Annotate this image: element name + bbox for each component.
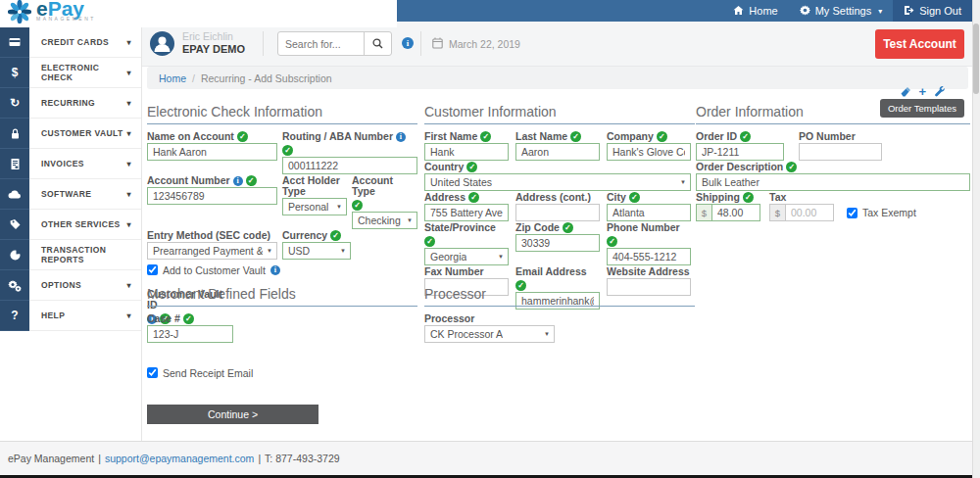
info-icon[interactable] bbox=[396, 132, 406, 142]
sidebar-item-transaction-reports[interactable]: TRANSACTION REPORTS bbox=[0, 240, 141, 270]
chevron-down-icon bbox=[127, 69, 131, 77]
field-label: Processor bbox=[424, 313, 474, 324]
currency-select[interactable]: USD bbox=[282, 242, 351, 260]
check-icon bbox=[466, 162, 477, 172]
company-input[interactable] bbox=[607, 143, 691, 161]
case-number-input[interactable] bbox=[147, 325, 233, 343]
invoice-icon bbox=[0, 149, 29, 179]
account-type-select[interactable]: Checking bbox=[352, 212, 417, 229]
support-email-link[interactable]: support@epaymanagement.com bbox=[105, 453, 255, 464]
calendar-icon bbox=[432, 37, 443, 51]
sign-out-icon bbox=[904, 5, 914, 18]
check-icon bbox=[480, 131, 491, 142]
account-number-input[interactable] bbox=[147, 187, 277, 205]
routing-aba-input[interactable] bbox=[282, 157, 417, 174]
test-account-button[interactable]: Test Account bbox=[875, 29, 964, 59]
zip-code-input[interactable] bbox=[515, 234, 600, 252]
field-label: Account Type bbox=[352, 175, 417, 197]
chevron-down-icon bbox=[127, 190, 131, 199]
nav-sign-out[interactable]: Sign Out bbox=[893, 0, 972, 22]
nav-home[interactable]: Home bbox=[722, 0, 788, 22]
entry-method-select[interactable]: Prearranged Payment & Deposit (P bbox=[147, 242, 277, 260]
first-name-input[interactable] bbox=[424, 143, 509, 161]
field-label: Shipping bbox=[696, 192, 740, 203]
sidebar-label: HELP bbox=[41, 311, 65, 320]
section-order: Order Information Order ID PO Number Ord… bbox=[696, 104, 970, 222]
tax-exempt-checkbox[interactable] bbox=[847, 208, 858, 218]
footer-separator: | bbox=[258, 453, 261, 464]
check-icon bbox=[468, 192, 479, 203]
logo-subtitle: MANAGEMENT bbox=[36, 14, 96, 24]
sidebar-item-software[interactable]: SOFTWARE bbox=[0, 179, 141, 210]
breadcrumb-home-link[interactable]: Home bbox=[159, 72, 186, 84]
home-icon bbox=[733, 5, 744, 18]
sidebar-item-customer-vault[interactable]: CUSTOMER VAULT bbox=[0, 119, 141, 149]
checkbox-label: Tax Exempt bbox=[862, 207, 916, 218]
check-icon bbox=[786, 162, 797, 172]
address-cont-input[interactable] bbox=[515, 204, 600, 221]
nav-my-settings[interactable]: My Settings bbox=[789, 0, 893, 22]
cogs-icon bbox=[0, 270, 29, 301]
info-icon[interactable] bbox=[233, 176, 243, 186]
sidebar-item-invoices[interactable]: INVOICES bbox=[0, 149, 141, 179]
field-label: Tax bbox=[769, 192, 786, 203]
po-number-input[interactable] bbox=[799, 143, 882, 161]
info-icon[interactable] bbox=[402, 37, 414, 49]
sidebar-item-help[interactable]: ? HELP bbox=[0, 301, 141, 331]
chevron-down-icon bbox=[127, 99, 131, 108]
acct-holder-type-select[interactable]: Personal bbox=[282, 198, 347, 215]
city-input[interactable] bbox=[607, 204, 691, 221]
chevron-down-icon bbox=[127, 311, 131, 320]
header-divider bbox=[420, 31, 421, 56]
check-icon bbox=[352, 200, 363, 211]
field-label: Currency bbox=[282, 230, 327, 241]
add-to-vault-checkbox[interactable] bbox=[147, 264, 158, 275]
sidebar-item-electronic-check[interactable]: $ ELECTRONIC CHECK bbox=[0, 58, 141, 88]
field-label: Order Description bbox=[696, 162, 783, 172]
scrollbar-thumb[interactable] bbox=[973, 24, 979, 94]
order-id-input[interactable] bbox=[696, 143, 784, 161]
field-label: Email Address bbox=[515, 266, 587, 277]
phone-number-input[interactable] bbox=[607, 248, 691, 265]
sidebar-item-credit-cards[interactable]: CREDIT CARDS bbox=[0, 27, 141, 58]
avatar[interactable] bbox=[150, 31, 174, 56]
tax-input[interactable] bbox=[785, 204, 834, 221]
order-templates-tooltip[interactable]: Order Templates bbox=[880, 99, 964, 118]
cloud-icon bbox=[0, 179, 29, 210]
search-input[interactable] bbox=[278, 32, 364, 55]
field-label: Case # bbox=[147, 313, 180, 324]
name-on-account-input[interactable] bbox=[147, 143, 277, 161]
order-description-input[interactable] bbox=[696, 173, 970, 191]
section-processor: Processor Processor CK Processor A bbox=[424, 286, 695, 343]
plus-icon[interactable] bbox=[918, 86, 926, 98]
sidebar-item-recurring[interactable]: ↻ RECURRING bbox=[0, 88, 141, 119]
search-button[interactable] bbox=[364, 32, 391, 55]
sidebar-item-other-services[interactable]: OTHER SERVICES bbox=[0, 210, 141, 240]
chevron-down-icon bbox=[127, 220, 131, 229]
last-name-input[interactable] bbox=[515, 143, 600, 161]
sidebar-label: OTHER SERVICES bbox=[41, 219, 121, 229]
search-icon bbox=[372, 35, 383, 53]
field-label: Address (cont.) bbox=[515, 192, 591, 203]
check-icon bbox=[424, 236, 435, 247]
continue-button[interactable]: Continue > bbox=[147, 405, 318, 424]
send-receipt-checkbox[interactable] bbox=[147, 367, 158, 378]
field-label: Routing / ABA Number bbox=[282, 131, 393, 142]
brand-logo: ePay MANAGEMENT bbox=[0, 0, 397, 27]
footer-company: ePay Management bbox=[8, 453, 94, 464]
address-input[interactable] bbox=[424, 204, 509, 221]
field-label: Fax Number bbox=[424, 266, 484, 277]
check-icon bbox=[657, 131, 667, 142]
country-select[interactable]: United States bbox=[424, 173, 691, 191]
state-province-select[interactable]: Georgia bbox=[424, 248, 509, 265]
shipping-input[interactable] bbox=[711, 204, 760, 221]
search-box bbox=[277, 31, 392, 56]
field-label: Entry Method (SEC code) bbox=[147, 230, 270, 241]
sidebar-item-options[interactable]: OPTIONS bbox=[0, 270, 141, 301]
processor-select[interactable]: CK Processor A bbox=[424, 325, 555, 343]
header-band: Eric Eichlin EPAY DEMO March 22, 2019 Te… bbox=[0, 22, 972, 67]
check-icon bbox=[237, 131, 248, 142]
chevron-down-icon bbox=[127, 129, 131, 138]
field-label: Account Number bbox=[147, 175, 230, 186]
info-icon[interactable] bbox=[270, 265, 280, 275]
